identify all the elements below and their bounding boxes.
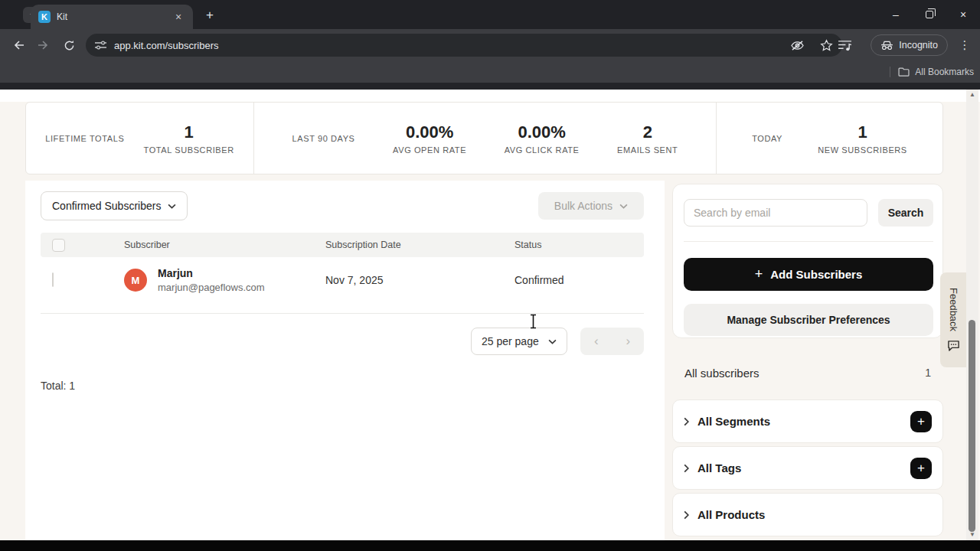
browser-tab-kit[interactable]: K Kit × (31, 5, 193, 29)
stat-total-subscriber: 1 TOTAL SUBSCRIBER (144, 122, 234, 155)
checkbox-icon (52, 239, 65, 252)
browser-tab-strip: K Kit × + – × (0, 0, 980, 29)
subscriber-name[interactable]: Marjun (158, 267, 193, 279)
bulk-actions-dropdown[interactable]: Bulk Actions (538, 192, 644, 220)
bottom-black-bar (0, 540, 980, 551)
hidden-eye-icon[interactable] (790, 40, 805, 51)
address-bar[interactable]: app.kit.com/subscribers (86, 34, 842, 57)
table-divider (41, 313, 644, 314)
menu-dots-icon[interactable]: ⋮ (956, 38, 974, 52)
avatar: M (124, 269, 147, 292)
text-cursor (528, 314, 538, 329)
subscriber-filter-dropdown[interactable]: Confirmed Subscribers (41, 191, 188, 220)
per-page-label: 25 per page (482, 335, 539, 347)
media-controls-icon[interactable] (838, 40, 852, 51)
search-button[interactable]: Search (878, 199, 933, 227)
group-label: All Products (697, 508, 932, 521)
next-page-button[interactable]: › (612, 328, 645, 355)
reload-button[interactable] (58, 34, 80, 56)
all-subscribers-count: 1 (925, 367, 931, 379)
stats-section-label: TODAY (752, 134, 782, 143)
stat-new-subscribers: 1 NEW SUBSCRIBERS (818, 122, 907, 155)
per-page-dropdown[interactable]: 25 per page (471, 328, 567, 355)
chrome-bottom-edge (0, 83, 980, 90)
chevron-right-icon (684, 417, 689, 426)
subscriber-email: marjun@pageflows.com (158, 282, 265, 293)
page-scrollbar[interactable]: ▲ ▼ (966, 90, 978, 540)
subscription-date: Nov 7, 2025 (325, 274, 384, 286)
feedback-tab[interactable]: Feedback (940, 272, 966, 367)
table-row[interactable]: M Marjun marjun@pageflows.com Nov 7, 202… (41, 257, 644, 303)
add-subscribers-label: Add Subscribers (770, 268, 862, 281)
kit-favicon: K (38, 11, 51, 23)
sidebar-group-all-products[interactable]: All Products (672, 493, 943, 536)
url-text: app.kit.com/subscribers (114, 40, 790, 51)
add-segment-button[interactable]: + (910, 411, 932, 432)
row-checkbox[interactable] (52, 273, 54, 287)
window-controls: – × (879, 0, 980, 29)
incognito-badge: Incognito (871, 34, 948, 56)
chevron-down-icon (619, 204, 628, 209)
restore-button[interactable] (913, 0, 946, 29)
page-header-strip (0, 90, 980, 102)
stat-avg-click-rate: 0.00% AVG CLICK RATE (505, 122, 580, 155)
bookmarks-separator (890, 67, 890, 77)
forward-button[interactable] (33, 34, 54, 56)
stats-90days-section: LAST 90 DAYS 0.00% AVG OPEN RATE 0.00% A… (253, 103, 716, 174)
group-label: All Tags (697, 461, 902, 474)
stats-bar: LIFETIME TOTALS 1 TOTAL SUBSCRIBER LAST … (25, 102, 943, 174)
back-icon (12, 39, 24, 51)
tab-close-icon[interactable]: × (172, 10, 185, 24)
scroll-up-icon[interactable]: ▲ (966, 90, 978, 100)
bookmarks-bar: All Bookmarks (0, 61, 980, 83)
status-value: Confirmed (514, 274, 564, 286)
pagination-controls: ‹ › (580, 328, 644, 355)
browser-toolbar: app.kit.com/subscribers Incognito ⋮ (0, 29, 980, 61)
column-header-status: Status (514, 233, 541, 257)
chevron-right-icon (684, 510, 689, 520)
column-header-subscription-date: Subscription Date (325, 233, 401, 257)
all-bookmarks-label: All Bookmarks (915, 67, 974, 77)
search-input[interactable] (684, 199, 867, 227)
screen: K Kit × + – × app.kit.com/subscribers (0, 0, 980, 551)
previous-page-button[interactable]: ‹ (580, 328, 612, 355)
feedback-bubble-icon (947, 340, 960, 352)
stat-emails-sent: 2 EMAILS SENT (617, 122, 678, 155)
feedback-label: Feedback (948, 288, 959, 331)
sidebar-group-all-tags[interactable]: All Tags + (672, 446, 943, 490)
manage-preferences-button[interactable]: Manage Subscriber Preferences (684, 304, 933, 336)
scroll-down-icon[interactable]: ▼ (966, 530, 978, 540)
scrollbar-thumb[interactable] (969, 320, 975, 532)
close-button[interactable]: × (946, 0, 980, 29)
all-subscribers-row[interactable]: All subscribers 1 (672, 363, 943, 383)
all-bookmarks-button[interactable]: All Bookmarks (898, 61, 974, 83)
forward-icon (38, 39, 50, 51)
add-subscribers-button[interactable]: + Add Subscribers (684, 258, 933, 291)
restore-icon (926, 11, 933, 18)
back-button[interactable] (8, 34, 29, 56)
reload-icon (64, 40, 75, 51)
group-label: All Segments (697, 415, 902, 428)
add-tag-button[interactable]: + (910, 458, 932, 479)
stats-section-label: LAST 90 DAYS (292, 134, 355, 143)
incognito-label: Incognito (899, 40, 938, 51)
sidebar-group-all-segments[interactable]: All Segments + (672, 399, 943, 443)
subscribers-main-panel: Confirmed Subscribers Bulk Actions Subsc… (25, 181, 665, 540)
chevron-down-icon (548, 339, 557, 344)
stats-section-label: LIFETIME TOTALS (45, 134, 124, 143)
bookmark-star-icon[interactable] (820, 39, 833, 52)
tab-title: Kit (57, 11, 172, 22)
incognito-icon (880, 41, 893, 51)
stats-today-section: TODAY 1 NEW SUBSCRIBERS (716, 103, 942, 174)
stat-avg-open-rate: 0.00% AVG OPEN RATE (393, 122, 466, 155)
chevron-down-icon (168, 204, 176, 209)
select-all-checkbox[interactable] (52, 233, 65, 257)
all-subscribers-label: All subscribers (684, 367, 760, 380)
new-tab-button[interactable]: + (202, 8, 217, 23)
checkbox-icon (52, 272, 54, 287)
site-settings-icon (95, 41, 106, 51)
bookmarks-folder-icon (898, 67, 910, 77)
column-header-subscriber: Subscriber (124, 233, 170, 257)
minimize-button[interactable]: – (879, 0, 913, 29)
filter-label: Confirmed Subscribers (52, 200, 161, 212)
